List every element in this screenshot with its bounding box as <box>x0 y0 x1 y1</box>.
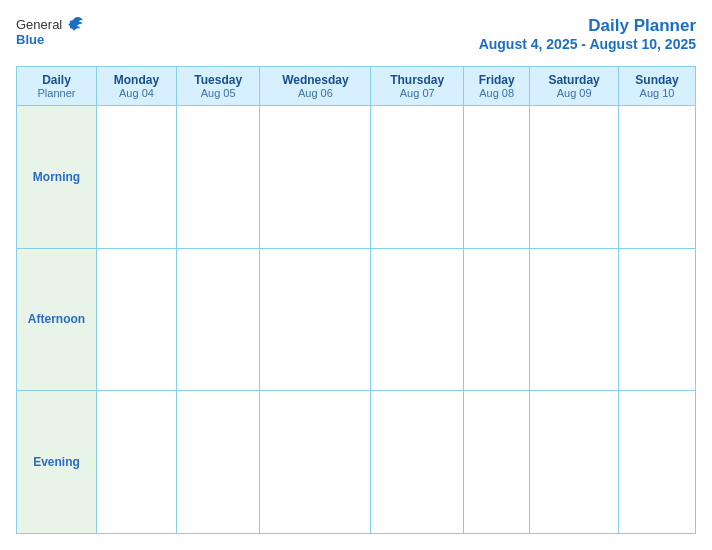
cell-morning-tuesday[interactable] <box>176 106 260 249</box>
cell-morning-sunday[interactable] <box>618 106 695 249</box>
col-tuesday: Tuesday Aug 05 <box>176 67 260 106</box>
row-morning: Morning <box>17 106 696 249</box>
cell-evening-friday[interactable] <box>464 391 530 534</box>
row-label-evening: Evening <box>17 391 97 534</box>
cell-evening-wednesday[interactable] <box>260 391 371 534</box>
cell-morning-wednesday[interactable] <box>260 106 371 249</box>
col-sunday: Sunday Aug 10 <box>618 67 695 106</box>
col-saturday: Saturday Aug 09 <box>530 67 619 106</box>
cell-evening-thursday[interactable] <box>371 391 464 534</box>
cell-evening-saturday[interactable] <box>530 391 619 534</box>
cell-afternoon-saturday[interactable] <box>530 248 619 391</box>
table-header-label: Daily Planner <box>17 67 97 106</box>
page-header: General Blue Daily Planner August 4, 202… <box>16 16 696 52</box>
row-label-morning: Morning <box>17 106 97 249</box>
cell-morning-friday[interactable] <box>464 106 530 249</box>
cell-afternoon-thursday[interactable] <box>371 248 464 391</box>
cell-evening-tuesday[interactable] <box>176 391 260 534</box>
col-monday: Monday Aug 04 <box>97 67 177 106</box>
cell-afternoon-wednesday[interactable] <box>260 248 371 391</box>
logo: General Blue <box>16 16 84 47</box>
cell-afternoon-tuesday[interactable] <box>176 248 260 391</box>
cell-evening-monday[interactable] <box>97 391 177 534</box>
row-label-afternoon: Afternoon <box>17 248 97 391</box>
page-title: Daily Planner <box>479 16 696 36</box>
cell-morning-monday[interactable] <box>97 106 177 249</box>
col-thursday: Thursday Aug 07 <box>371 67 464 106</box>
row-afternoon: Afternoon <box>17 248 696 391</box>
logo-bird-icon <box>66 16 84 32</box>
cell-afternoon-friday[interactable] <box>464 248 530 391</box>
logo-general-text: General <box>16 17 62 32</box>
col-wednesday: Wednesday Aug 06 <box>260 67 371 106</box>
cell-afternoon-monday[interactable] <box>97 248 177 391</box>
cell-evening-sunday[interactable] <box>618 391 695 534</box>
date-range: August 4, 2025 - August 10, 2025 <box>479 36 696 52</box>
row-evening: Evening <box>17 391 696 534</box>
cell-afternoon-sunday[interactable] <box>618 248 695 391</box>
title-section: Daily Planner August 4, 2025 - August 10… <box>479 16 696 52</box>
col-friday: Friday Aug 08 <box>464 67 530 106</box>
cell-morning-saturday[interactable] <box>530 106 619 249</box>
logo-blue-text: Blue <box>16 32 44 47</box>
calendar-table: Daily Planner Monday Aug 04 Tuesday Aug … <box>16 66 696 534</box>
cell-morning-thursday[interactable] <box>371 106 464 249</box>
